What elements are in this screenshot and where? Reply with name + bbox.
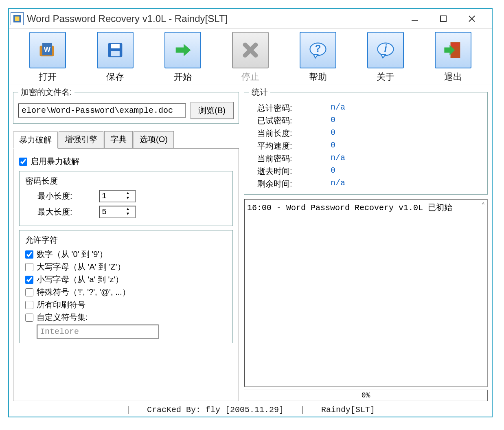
main-area: 加密的文件名: 浏览(B) 暴力破解 增强引擎 字典 选项(O) 启用暴力破解 [9, 85, 492, 403]
exit-button[interactable] [435, 32, 471, 68]
tab-dict[interactable]: 字典 [104, 131, 133, 148]
stat-curpwd-val: n/a [331, 153, 345, 164]
exit-label: 退出 [427, 71, 480, 83]
length-group-label: 密码长度 [25, 176, 227, 186]
chk-digits-row[interactable]: 数字（从 '0' 到 '9'） [25, 249, 227, 260]
file-group-label: 加密的文件名: [18, 87, 75, 98]
spin-down-icon[interactable]: ▼ [124, 195, 131, 200]
right-pane: 统计 总计密码:n/a 已试密码:0 当前长度:0 平均速度:0 当前密码:n/… [244, 87, 488, 401]
max-length-input[interactable] [100, 206, 124, 217]
stat-remain-label: 剩余时间: [249, 178, 331, 189]
min-length-label: 最小长度: [37, 191, 94, 202]
max-length-label: 最大长度: [37, 206, 94, 217]
status-author: Raindy[SLT] [321, 405, 375, 415]
svg-text:?: ? [315, 43, 321, 54]
svg-rect-17 [451, 43, 460, 47]
max-length-spinner[interactable]: ▲▼ [99, 206, 136, 218]
stop-label: 停止 [224, 71, 277, 83]
custom-charset-input[interactable] [37, 325, 159, 339]
tab-engine[interactable]: 增强引擎 [59, 131, 103, 148]
open-label: 打开 [21, 71, 74, 83]
about-button[interactable]: i [367, 32, 404, 68]
chk-lower-label: 小写字母（从 'a' 到 'z'） [37, 274, 123, 285]
status-bar: | CracKed By: fly [2005.11.29] | Raindy[… [9, 403, 492, 417]
maximize-button[interactable] [437, 13, 449, 25]
stat-total-val: n/a [331, 103, 345, 114]
chk-lower-row[interactable]: 小写字母（从 'a' 到 'z'） [25, 274, 227, 285]
chk-print-label: 所有印刷符号 [37, 299, 85, 310]
browse-button[interactable]: 浏览(B) [190, 102, 234, 119]
stat-speed-val: 0 [331, 140, 335, 151]
save-label: 保存 [89, 71, 142, 83]
spin-up-icon[interactable]: ▲ [124, 191, 131, 195]
start-label: 开始 [156, 71, 209, 83]
tab-strip: 暴力破解 增强引擎 字典 选项(O) [13, 131, 239, 149]
file-path-input[interactable] [18, 103, 186, 118]
toolbar: W 打开 保存 开始 停止 ? 帮助 [9, 29, 492, 85]
minimize-button[interactable] [409, 13, 421, 25]
save-button[interactable] [97, 32, 134, 68]
svg-rect-11 [111, 51, 120, 56]
enable-brute-row[interactable]: 启用暴力破解 [19, 156, 233, 167]
log-textarea[interactable]: 16:00 - Word Password Recovery v1.0L 已初始… [244, 199, 488, 387]
stats-group-label: 统计 [249, 87, 270, 98]
enable-brute-label: 启用暴力破解 [31, 156, 79, 167]
chk-upper-row[interactable]: 大写字母（从 'A' 到 'Z'） [25, 261, 227, 272]
start-button[interactable] [164, 32, 201, 68]
chk-digits[interactable] [25, 250, 33, 259]
file-group: 加密的文件名: 浏览(B) [13, 87, 239, 124]
open-button[interactable]: W [29, 32, 66, 68]
left-pane: 加密的文件名: 浏览(B) 暴力破解 增强引擎 字典 选项(O) 启用暴力破解 [13, 87, 239, 401]
stat-curpwd-label: 当前密码: [249, 153, 331, 164]
spin-down-icon[interactable]: ▼ [124, 211, 131, 216]
tab-options[interactable]: 选项(O) [134, 131, 174, 148]
help-button[interactable]: ? [300, 32, 336, 68]
stats-group: 统计 总计密码:n/a 已试密码:0 当前长度:0 平均速度:0 当前密码:n/… [244, 87, 488, 195]
chk-special-row[interactable]: 特殊符号（'!', '?', '@', ...） [25, 287, 227, 298]
chars-group-label: 允许字符 [25, 235, 227, 246]
chk-print-row[interactable]: 所有印刷符号 [25, 299, 227, 310]
window-title: Word Password Recovery v1.0L - Raindy[SL… [27, 13, 409, 24]
stat-tried-val: 0 [331, 115, 335, 126]
min-length-input[interactable] [100, 191, 124, 202]
length-group: 密码长度 最小长度: ▲▼ 最大长度: ▲▼ [19, 171, 233, 226]
progress-bar: 0% [244, 390, 488, 401]
chk-custom[interactable] [25, 314, 33, 322]
enable-brute-checkbox[interactable] [19, 158, 27, 166]
about-label: 关于 [359, 71, 412, 83]
stat-curlen-val: 0 [331, 128, 335, 139]
stat-curlen-label: 当前长度: [249, 128, 331, 139]
spin-up-icon[interactable]: ▲ [124, 206, 131, 211]
chk-lower[interactable] [25, 276, 33, 284]
log-line: 16:00 - Word Password Recovery v1.0L 已初始 [247, 203, 452, 213]
brute-panel: 启用暴力破解 密码长度 最小长度: ▲▼ 最大长度: [13, 149, 239, 401]
svg-text:W: W [44, 45, 51, 53]
stat-remain-val: n/a [331, 178, 345, 189]
chk-print[interactable] [25, 301, 33, 309]
svg-rect-1 [15, 16, 20, 21]
chk-special-label: 特殊符号（'!', '?', '@', ...） [37, 287, 130, 298]
chk-special[interactable] [25, 288, 33, 296]
app-window: Word Password Recovery v1.0L - Raindy[SL… [8, 8, 493, 417]
app-icon [11, 12, 24, 25]
scroll-up-icon[interactable]: ˄ [481, 201, 485, 211]
stat-elapsed-label: 逝去时间: [249, 166, 331, 177]
window-controls [409, 13, 478, 25]
close-button[interactable] [466, 13, 478, 25]
chk-digits-label: 数字（从 '0' 到 '9'） [37, 249, 107, 260]
title-bar: Word Password Recovery v1.0L - Raindy[SL… [9, 9, 492, 29]
stat-tried-label: 已试密码: [249, 115, 331, 126]
min-length-spinner[interactable]: ▲▼ [99, 190, 136, 202]
svg-rect-10 [111, 44, 120, 48]
chk-upper-label: 大写字母（从 'A' 到 'Z'） [37, 261, 125, 272]
svg-rect-3 [440, 16, 446, 22]
status-cracked: CracKed By: fly [2005.11.29] [147, 405, 284, 415]
chk-custom-row[interactable]: 自定义符号集: [25, 312, 227, 323]
chk-custom-label: 自定义符号集: [37, 312, 88, 323]
help-label: 帮助 [291, 71, 344, 83]
stat-elapsed-val: 0 [331, 166, 335, 177]
stat-speed-label: 平均速度: [249, 140, 331, 151]
stat-total-label: 总计密码: [249, 103, 331, 114]
tab-brute[interactable]: 暴力破解 [13, 132, 58, 149]
chk-upper[interactable] [25, 263, 33, 271]
